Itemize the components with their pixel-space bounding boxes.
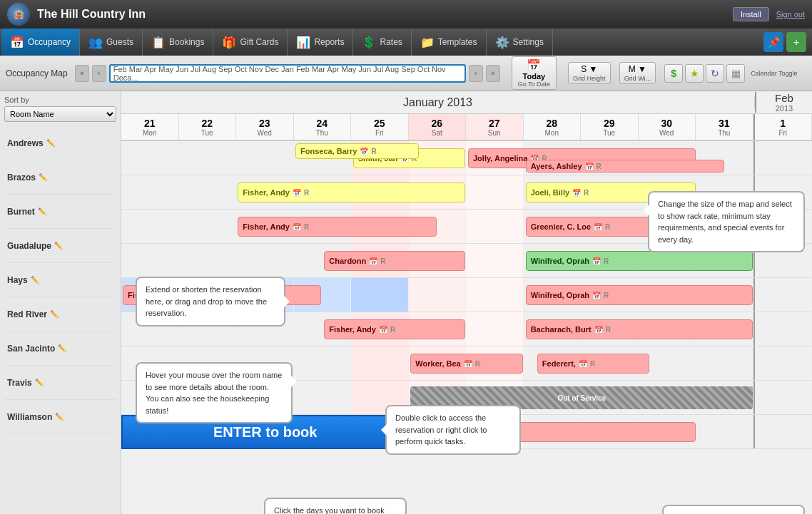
day-header-1[interactable]: 1Fri — [753, 114, 813, 140]
grid-row-andrews: Smith, Jan 📅 R Jolly, Angelina 📅 R Fonse… — [121, 141, 812, 175]
bubble-double-click: Double click to access the reservation o… — [385, 405, 521, 455]
room-hays-edit-icon: ✏️ — [31, 276, 39, 284]
day-header-22[interactable]: 22Tue — [179, 114, 237, 140]
room-andrews-edit-icon: ✏️ — [46, 139, 55, 147]
day-header-21[interactable]: 21Mon — [121, 114, 179, 140]
today-label: Today — [523, 72, 546, 81]
res-worker-bea[interactable]: Worker, Bea 📅 R — [410, 354, 522, 374]
nav-arrow-left[interactable]: ‹ — [92, 65, 106, 82]
room-brazos-edit-icon: ✏️ — [39, 173, 47, 181]
sort-by-label: Sort by — [4, 96, 116, 104]
calendar-toggle-group: Calendar Toggle — [751, 70, 797, 77]
today-button[interactable]: 📅 Today Go To Date — [512, 56, 557, 90]
room-san-jacinto[interactable]: San Jacinto ✏️ — [4, 331, 116, 366]
occupancy-icon: 📅 — [10, 36, 24, 49]
guests-icon: 👥 — [88, 36, 103, 49]
grid-toggle-btn[interactable]: ▦ — [726, 64, 745, 83]
room-williamson-edit-icon: ✏️ — [55, 413, 64, 421]
bubble-click-days: Click the days you want to book and pres… — [264, 498, 407, 514]
day-header-25[interactable]: 25Fri — [351, 114, 409, 140]
room-san-jacinto-edit-icon: ✏️ — [58, 344, 66, 352]
nav-occupancy[interactable]: 📅 Occupancy — [1, 29, 80, 56]
day-header-30[interactable]: 30Wed — [639, 114, 696, 140]
nav-reports[interactable]: 📊 Reports — [288, 29, 353, 56]
install-button[interactable]: Install — [733, 7, 769, 21]
res-bacharach[interactable]: Bacharach, Burt 📅 R — [526, 319, 753, 339]
grid-height-control[interactable]: S ▼ Grid Height — [568, 62, 611, 84]
day-header-28[interactable]: 28Mon — [524, 114, 582, 140]
calendar-toggle-label: Calendar Toggle — [751, 70, 797, 77]
res-winifred-hays[interactable]: Winifred, Oprah 📅 R — [526, 285, 753, 305]
templates-icon: 📁 — [420, 36, 435, 49]
nav-arrow-right[interactable]: › — [469, 65, 483, 82]
res-winifred-oprah-guadalupe[interactable]: Winifred, Oprah 📅 R — [526, 251, 753, 271]
settings-icon: ⚙️ — [495, 36, 509, 49]
nav-bar: 📅 Occupancy 👥 Guests 📋 Bookings 🎁 Gift C… — [0, 29, 812, 56]
res-ayers-ashley[interactable]: Ayers, Ashley 📅 R — [526, 160, 724, 173]
day-header-24[interactable]: 24Thu — [294, 114, 352, 140]
nav-action-pin[interactable]: 📌 — [763, 32, 783, 52]
gift-cards-icon: 🎁 — [222, 36, 236, 49]
february-header: Feb 2013 — [755, 92, 812, 113]
bubble-change-size: Change the size of the map and select to… — [648, 191, 805, 252]
room-burnet-edit-icon: ✏️ — [38, 207, 46, 215]
day-header-23[interactable]: 23Wed — [236, 114, 294, 140]
rates-icon: 💲 — [362, 36, 376, 49]
calendar-grid: January 2013 Feb 2013 21Mon 22Tue 23Wed … — [121, 91, 812, 514]
nav-templates[interactable]: 📁 Templates — [412, 29, 487, 56]
nav-rates[interactable]: 💲 Rates — [353, 29, 411, 56]
app-title: The Hill Country Inn — [37, 8, 733, 21]
nav-arrow-leftmost[interactable]: « — [75, 65, 89, 82]
sort-select[interactable]: Room Name — [4, 106, 116, 122]
reports-icon: 📊 — [296, 36, 310, 49]
refresh-toggle-btn[interactable]: ↻ — [706, 64, 724, 83]
room-burnet[interactable]: Burnet ✏️ — [4, 195, 116, 229]
date-strip[interactable]: Feb Mar Apr May Jun Jul Aug Sep Oct Nov … — [109, 64, 466, 83]
res-fisher-andy-brazos[interactable]: Fisher, Andy 📅 R — [238, 183, 465, 202]
bubble-view-status: Easily view the reservation status and s… — [662, 505, 805, 514]
bubble-extend-reservation: Extend or shorten the reservation here, … — [136, 277, 285, 327]
res-fisher-redrive[interactable]: Fisher, Andy 📅 R — [324, 319, 465, 339]
room-guadalupe-edit-icon: ✏️ — [54, 242, 63, 250]
room-brazos[interactable]: Brazos ✏️ — [4, 160, 116, 195]
today-calendar-icon: 📅 — [527, 58, 541, 72]
room-hays[interactable]: Hays ✏️ 02-HA - Hays — [4, 263, 116, 297]
app-logo: 🏨 — [7, 3, 30, 26]
day-headers: 21Mon 22Tue 23Wed 24Thu 25Fri 26Sat 27Su… — [121, 114, 812, 141]
calendar-toggle-icons: $ ★ ↻ ▦ — [664, 64, 745, 83]
room-andrews[interactable]: Andrews ✏️ — [4, 126, 116, 160]
room-list: Andrews ✏️ Brazos ✏️ Burnet ✏️ Guadalupe… — [4, 126, 116, 434]
room-travis-edit-icon: ✏️ — [35, 379, 44, 386]
room-williamson[interactable]: Williamson ✏️ — [4, 400, 116, 434]
room-guadalupe[interactable]: Guadalupe ✏️ — [4, 229, 116, 263]
star-toggle-btn[interactable]: ★ — [685, 64, 704, 83]
occupancy-map-label: Occupancy Map — [6, 68, 68, 78]
left-panel: Sort by Room Name Andrews ✏️ Brazos ✏️ B… — [0, 91, 121, 514]
res-fonseca-barry[interactable]: Fonseca, Barry 📅 R — [295, 143, 419, 159]
nav-guests[interactable]: 👥 Guests — [80, 29, 143, 56]
nav-gift-cards[interactable]: 🎁 Gift Cards — [213, 29, 288, 56]
nav-action-add[interactable]: + — [786, 32, 806, 52]
day-header-26[interactable]: 26Sat — [409, 114, 467, 140]
grid-width-control[interactable]: M ▼ Grid Wi... — [619, 62, 656, 84]
bookings-icon: 📋 — [151, 36, 166, 49]
res-fisher-andy-burnet[interactable]: Fisher, Andy 📅 R — [238, 217, 436, 237]
res-chardonn[interactable]: Chardonn 📅 R — [324, 251, 465, 271]
month-headers: January 2013 Feb 2013 — [121, 91, 812, 114]
top-bar: 🏨 The Hill Country Inn Install Sign out — [0, 0, 812, 29]
main-content: Sort by Room Name Andrews ✏️ Brazos ✏️ B… — [0, 91, 812, 514]
bubble-hover-room: Hover your mouse over the room name to s… — [136, 362, 293, 423]
nav-arrow-rightmost[interactable]: » — [486, 65, 500, 82]
day-header-29[interactable]: 29Tue — [581, 114, 639, 140]
signout-button[interactable]: Sign out — [776, 10, 805, 19]
nav-bookings[interactable]: 📋 Bookings — [143, 29, 213, 56]
room-red-river[interactable]: Red River ✏️ — [4, 297, 116, 331]
res-federert[interactable]: Federert, 📅 R — [537, 354, 649, 374]
room-travis[interactable]: Travis ✏️ — [4, 366, 116, 400]
nav-settings[interactable]: ⚙️ Settings — [487, 29, 553, 56]
dollar-toggle-btn[interactable]: $ — [664, 64, 683, 83]
go-to-date-label: Go To Date — [518, 81, 550, 88]
day-header-31[interactable]: 31Thu — [696, 114, 753, 140]
january-header: January 2013 — [121, 96, 755, 109]
day-header-27[interactable]: 27Sun — [466, 114, 524, 140]
